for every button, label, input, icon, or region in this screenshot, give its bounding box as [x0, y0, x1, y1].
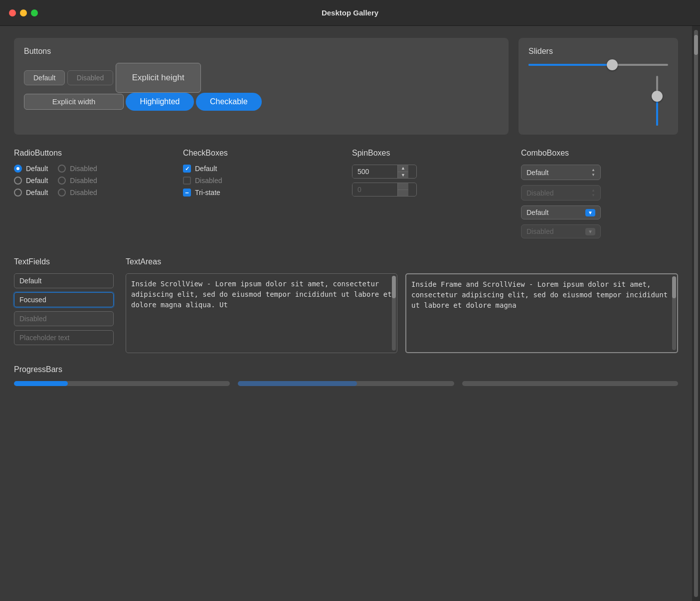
textfield-focused[interactable]: [14, 292, 114, 307]
combobox-label-2: Disabled: [526, 189, 591, 197]
middle-row: RadioButtons Default Disabled Default Di…: [14, 149, 678, 243]
right-scroll-track[interactable]: [694, 30, 698, 597]
combobox-label-4: Disabled: [526, 227, 585, 235]
spinbox-up-2: ▲: [398, 183, 408, 190]
explicit-width-button[interactable]: Explicit width: [24, 94, 124, 110]
buttons-area: Buttons Default Disabled Explicit height…: [14, 38, 509, 135]
checkbox-box-3[interactable]: [183, 189, 191, 197]
textfields-section: TextFields: [14, 257, 114, 353]
radio-circle-1[interactable]: [14, 165, 22, 173]
checkbox-label-3: Tri-state: [195, 189, 220, 197]
textarea-2[interactable]: Inside Frame and ScrollView - Lorem ipsu…: [406, 274, 677, 352]
radio-label-2: Default: [26, 177, 48, 185]
left-panel: Buttons Default Disabled Explicit height…: [0, 26, 692, 601]
radio-circle-2[interactable]: [14, 177, 22, 185]
textarea-2-wrapper: Inside Frame and ScrollView - Lorem ipsu…: [405, 273, 678, 353]
progress-bar-fill-2: [238, 381, 356, 386]
buttons-section-title: Buttons: [24, 47, 499, 56]
radio-disabled-label-2: Disabled: [70, 177, 97, 185]
combobox-2: Disabled ▲ ▼: [521, 185, 601, 200]
combobox-label-1: Default: [526, 169, 591, 177]
progress-bars-title: ProgressBars: [14, 365, 678, 374]
vertical-slider-track[interactable]: [656, 76, 658, 126]
window-title: Desktop Gallery: [322, 8, 378, 17]
progress-bar-1: [14, 381, 230, 386]
combobox-label-3: Default: [526, 208, 585, 216]
spinbox-input-2: [352, 183, 397, 196]
radio-disabled-circle-1: [58, 165, 66, 173]
checkbox-box-1[interactable]: [183, 165, 191, 173]
spinboxes-section: SpinBoxes ▲ ▼ ▲ ▼: [352, 149, 509, 243]
textarea-1-scrollbar-thumb: [392, 276, 396, 298]
highlighted-button[interactable]: Highlighted: [126, 93, 193, 111]
radio-buttons-section: RadioButtons Default Disabled Default Di…: [14, 149, 171, 243]
right-scrollbar[interactable]: [692, 26, 700, 601]
radio-item-1: Default Disabled: [14, 165, 171, 173]
comboboxes-section: ComboBoxes Default ▲ ▼ Disabled ▲ ▼: [521, 149, 678, 243]
close-button[interactable]: [9, 9, 16, 16]
combobox-section-title: ComboBoxes: [521, 149, 678, 158]
spinbox-2: ▲ ▼: [352, 183, 417, 197]
textareas-section: TextAreas Inside ScrollView - Lorem ipsu…: [126, 257, 678, 353]
textarea-1-scrollbar[interactable]: [392, 276, 396, 351]
textareas-section-title: TextAreas: [126, 257, 678, 266]
spinbox-1: ▲ ▼: [352, 165, 417, 179]
textfield-disabled: [14, 311, 114, 326]
explicit-height-button[interactable]: Explicit height: [116, 63, 201, 93]
radio-item-3: Default Disabled: [14, 189, 171, 197]
combobox-3[interactable]: Default ▼: [521, 205, 601, 219]
textfield-default[interactable]: [14, 273, 114, 288]
buttons-row1: Default Disabled Explicit height: [24, 63, 499, 93]
textarea-2-scrollbar[interactable]: [672, 276, 676, 350]
progress-bar-fill-1: [14, 381, 68, 386]
maximize-button[interactable]: [31, 9, 38, 16]
spinbox-up-1[interactable]: ▲: [398, 165, 408, 172]
checkbox-section-title: CheckBoxes: [183, 149, 340, 158]
textarea-1[interactable]: Inside ScrollView - Lorem ipsum dolor si…: [126, 274, 397, 353]
vertical-slider-container: [528, 76, 668, 126]
progress-bar-2: [238, 381, 454, 386]
vertical-slider-thumb[interactable]: [652, 91, 663, 102]
minimize-button[interactable]: [20, 9, 27, 16]
top-row: Buttons Default Disabled Explicit height…: [14, 38, 678, 135]
checkbox-label-1: Default: [195, 165, 217, 173]
disabled-button: Disabled: [67, 70, 113, 85]
textareas-row: Inside ScrollView - Lorem ipsum dolor si…: [126, 273, 678, 353]
checkbox-item-2: Disabled: [183, 177, 340, 185]
spinbox-down-2: ▼: [398, 190, 408, 197]
radio-section-title: RadioButtons: [14, 149, 171, 158]
radio-circle-3[interactable]: [14, 189, 22, 197]
textfield-placeholder[interactable]: [14, 330, 114, 345]
checkboxes-section: CheckBoxes Default Disabled Tri-state: [183, 149, 340, 243]
combobox-arrow-4: ▼: [585, 228, 595, 235]
title-bar: Desktop Gallery: [0, 0, 700, 26]
spinbox-section-title: SpinBoxes: [352, 149, 509, 158]
checkable-button[interactable]: Checkable: [196, 93, 262, 111]
combobox-1[interactable]: Default ▲ ▼: [521, 165, 601, 180]
sliders-section-title: Sliders: [528, 47, 668, 56]
checkbox-item-1: Default: [183, 165, 340, 173]
radio-item-2: Default Disabled: [14, 177, 171, 185]
horizontal-slider-track[interactable]: [528, 64, 668, 66]
textfields-textareas-row: TextFields TextAreas Inside ScrollView -…: [14, 257, 678, 353]
combobox-updown-1: ▲ ▼: [591, 168, 595, 177]
right-scroll-thumb[interactable]: [694, 35, 698, 55]
progress-bar-3: [462, 381, 678, 386]
spinbox-down-1[interactable]: ▼: [398, 172, 408, 179]
radio-disabled-circle-2: [58, 177, 66, 185]
textfields-section-title: TextFields: [14, 257, 114, 266]
progress-bars-section: ProgressBars: [14, 365, 678, 386]
spinbox-input-1[interactable]: [352, 165, 397, 178]
main-content: Buttons Default Disabled Explicit height…: [0, 26, 700, 601]
textarea-2-scrollbar-thumb: [672, 276, 676, 298]
checkbox-item-3: Tri-state: [183, 189, 340, 197]
combobox-4: Disabled ▼: [521, 224, 601, 238]
checkbox-label-2: Disabled: [195, 177, 222, 185]
buttons-row2: Explicit width Highlighted Checkable: [24, 93, 499, 111]
radio-disabled-circle-3: [58, 189, 66, 197]
default-button[interactable]: Default: [24, 70, 65, 85]
horizontal-slider-thumb[interactable]: [607, 59, 618, 70]
spinbox-arrows-1: ▲ ▼: [397, 165, 408, 178]
radio-label-3: Default: [26, 189, 48, 197]
progress-bars-row: [14, 381, 678, 386]
